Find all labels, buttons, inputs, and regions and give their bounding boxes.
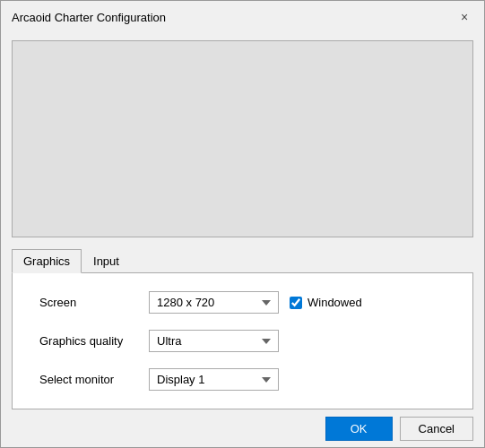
screen-control: 1280 x 720 1920 x 1080 1024 x 768 800 x … [149,291,362,314]
select-monitor-row: Select monitor Display 1 Display 2 [39,368,446,391]
select-monitor-control: Display 1 Display 2 [149,368,279,391]
windowed-checkbox-wrapper[interactable]: Windowed [290,296,362,309]
select-monitor-label: Select monitor [39,373,138,386]
tab-graphics[interactable]: Graphics [12,249,82,273]
screen-dropdown[interactable]: 1280 x 720 1920 x 1080 1024 x 768 800 x … [149,291,279,314]
graphics-quality-label: Graphics quality [39,334,138,348]
content-area: Screen 1280 x 720 1920 x 1080 1024 x 768… [12,273,473,409]
title-bar: Arcaoid Charter Configuration × [1,1,484,33]
ok-button[interactable]: OK [325,417,393,441]
windowed-checkbox[interactable] [290,297,302,309]
screen-row: Screen 1280 x 720 1920 x 1080 1024 x 768… [39,291,446,314]
select-monitor-dropdown[interactable]: Display 1 Display 2 [149,368,279,391]
close-button[interactable]: × [455,8,473,26]
tab-input[interactable]: Input [82,249,131,273]
preview-area [12,40,473,237]
graphics-quality-dropdown[interactable]: Ultra High Medium Low [149,330,279,352]
screen-label: Screen [39,296,138,309]
graphics-quality-row: Graphics quality Ultra High Medium Low [39,330,446,352]
main-window: Arcaoid Charter Configuration × Graphics… [0,0,485,448]
tab-bar: Graphics Input [12,248,473,273]
window-title: Arcaoid Charter Configuration [12,11,166,24]
graphics-quality-control: Ultra High Medium Low [149,330,279,352]
cancel-button[interactable]: Cancel [400,417,473,441]
bottom-bar: OK Cancel [1,409,484,448]
windowed-label: Windowed [307,296,362,309]
